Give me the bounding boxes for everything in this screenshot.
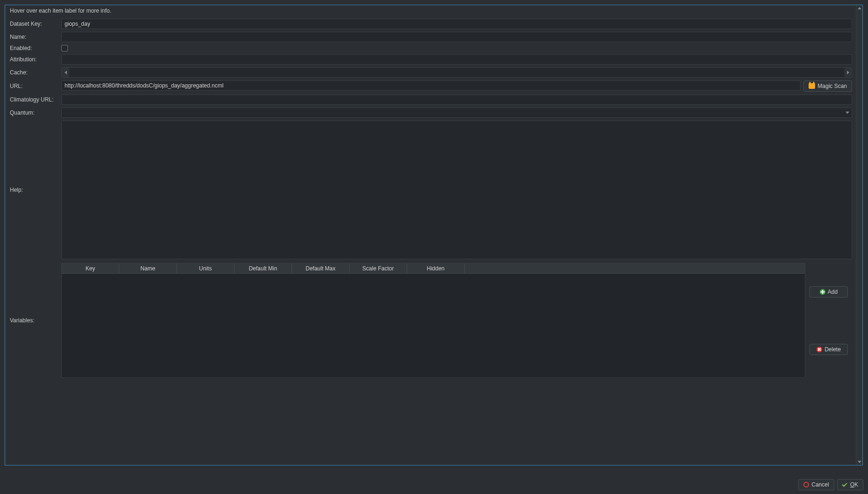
label-dataset-key: Dataset Key: [9,21,61,27]
label-variables: Variables: [9,317,61,324]
col-key: Key [62,263,119,273]
cache-input[interactable] [61,67,852,78]
x-icon [817,347,822,352]
label-quantum: Quantum: [9,109,61,116]
cache-increment-button[interactable] [844,68,852,77]
scroll-up-icon [858,7,861,9]
stop-icon [803,482,809,487]
col-default-max: Default Max [292,263,350,273]
attribution-input[interactable] [61,54,852,65]
cache-decrement-button[interactable] [62,68,69,77]
scroll-down-icon [858,461,861,463]
magic-scan-label: Magic Scan [817,83,847,89]
variables-table[interactable]: Key Name Units Default Min Default Max S… [61,263,805,378]
dataset-key-input[interactable] [61,19,852,29]
dialog-scrollbar[interactable] [856,5,862,465]
ok-label: OK [850,481,858,488]
add-variable-button[interactable]: Add [810,286,848,298]
variables-table-header: Key Name Units Default Min Default Max S… [62,263,805,274]
label-help: Help: [9,187,61,193]
form-area: Dataset Key: Name: Enabled: Attribution: [5,16,856,465]
label-cache: Cache: [9,69,61,76]
label-attribution: Attribution: [9,56,61,63]
magic-scan-button[interactable]: Magic Scan [803,80,852,92]
dialog-footer: Cancel OK [0,475,868,494]
col-default-min: Default Min [234,263,292,273]
label-name: Name: [9,34,61,40]
help-textarea[interactable] [61,121,852,259]
climatology-url-input[interactable] [61,94,852,105]
cancel-label: Cancel [811,481,829,488]
cat-icon [809,83,815,89]
label-climatology-url: Climatology URL: [9,96,61,103]
dataset-config-dialog: Hover over each item label for more info… [5,5,863,465]
ok-button[interactable]: OK [837,479,863,490]
col-hidden: Hidden [407,263,465,273]
col-units: Units [177,263,234,273]
check-icon [842,482,848,487]
quantum-select[interactable] [61,108,852,118]
hint-text: Hover over each item label for more info… [5,5,856,16]
plus-icon [820,289,825,295]
add-label: Add [828,289,838,295]
label-enabled: Enabled: [9,45,61,51]
delete-variable-button[interactable]: Delete [810,344,848,355]
delete-label: Delete [824,346,841,353]
enabled-checkbox[interactable] [61,45,68,51]
variables-table-body [62,274,805,378]
cancel-button[interactable]: Cancel [798,479,834,490]
label-url: URL: [9,83,61,89]
name-input[interactable] [61,32,852,42]
url-input[interactable] [61,80,801,91]
col-name: Name [119,263,177,273]
col-scale-factor: Scale Factor [350,263,407,273]
